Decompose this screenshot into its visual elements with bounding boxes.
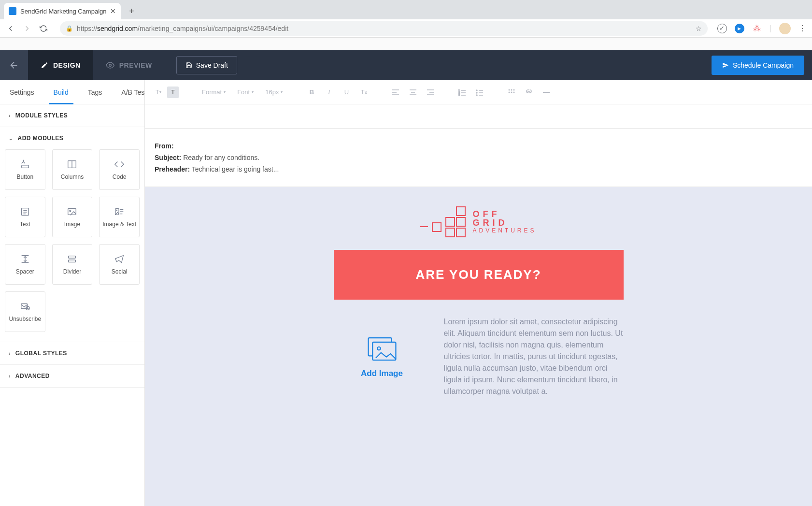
browser-tab-strip: SendGrid Marketing Campaign ✕ + [0, 0, 812, 19]
from-label: From: [155, 142, 174, 150]
accordion-module-styles[interactable]: ›MODULE STYLES [0, 104, 144, 127]
svg-point-44 [511, 89, 513, 90]
logo-line2: GRID [472, 218, 536, 227]
browser-actions: ✓ ▶ ⁂ | ⋮ [717, 23, 806, 34]
sidebar-tab-settings[interactable]: Settings [0, 80, 44, 104]
ext-icon-3[interactable]: ⁂ [752, 24, 762, 33]
subject-label: Subject: [155, 154, 181, 161]
module-image-text[interactable]: Image & Text [99, 197, 140, 237]
chevron-right-icon: › [9, 374, 11, 379]
tb-align-left-button[interactable] [390, 87, 401, 98]
tb-clear-format-button[interactable]: Tx [358, 87, 370, 98]
schedule-label: Schedule Campaign [733, 61, 794, 69]
svg-point-0 [109, 64, 111, 67]
tb-italic-button[interactable]: I [323, 87, 335, 98]
module-code[interactable]: Code [99, 149, 140, 190]
add-image-dropzone[interactable]: Add Image [334, 316, 430, 397]
logo[interactable]: OFF GRID ADVENTURES [334, 202, 624, 250]
text-toolbar: T ▾ T Format ▾ Font ▾ 16px ▾ B I U Tx 12… [145, 80, 812, 104]
svg-point-41 [476, 95, 477, 96]
module-unsubscribe[interactable]: Unsubscribe [5, 291, 45, 332]
secondary-toolbar [145, 104, 812, 129]
accordion-advanced[interactable]: ›ADVANCED [0, 365, 144, 388]
favicon-icon [9, 7, 16, 15]
star-icon[interactable]: ☆ [696, 25, 702, 32]
schedule-campaign-button[interactable]: Schedule Campaign [712, 56, 804, 75]
svg-rect-18 [69, 260, 76, 262]
module-divider[interactable]: Divider [52, 244, 93, 285]
accordion-add-modules[interactable]: ⌄ADD MODULES Button Columns Code Text [0, 127, 144, 342]
email-meta: From: Subject: Ready for any conditions.… [145, 129, 812, 187]
svg-point-39 [476, 92, 477, 93]
module-text[interactable]: Text [5, 197, 45, 237]
tb-align-center-button[interactable] [407, 87, 419, 98]
svg-point-47 [511, 91, 513, 93]
sidebar-tab-build[interactable]: Build [44, 80, 78, 104]
module-columns[interactable]: Columns [52, 149, 93, 190]
tb-size-select[interactable]: 16px ▾ [262, 88, 285, 96]
hero-text: ARE YOU READY? [415, 267, 541, 282]
preheader-label: Preheader: [155, 165, 190, 173]
browser-menu-icon[interactable]: ⋮ [798, 24, 806, 33]
browser-reload-button[interactable] [39, 24, 48, 33]
url-text: https://sendgrid.com/marketing_campaigns… [77, 25, 288, 32]
svg-rect-19 [21, 304, 28, 309]
sidebar-tabs: Settings Build Tags A/B Testing [0, 80, 144, 104]
app-back-button[interactable] [0, 50, 28, 80]
app-header: DESIGN PREVIEW Save Draft Schedule Campa… [0, 50, 812, 80]
accordion-global-styles[interactable]: ›GLOBAL STYLES [0, 342, 144, 365]
svg-point-46 [509, 91, 510, 93]
editor: T ▾ T Format ▾ Font ▾ 16px ▾ B I U Tx 12… [145, 80, 812, 506]
browser-tab[interactable]: SendGrid Marketing Campaign ✕ [4, 3, 121, 19]
browser-forward-button[interactable] [22, 24, 32, 33]
close-tab-icon[interactable]: ✕ [110, 7, 116, 15]
tb-bold-button[interactable]: B [306, 87, 317, 98]
logo-line3: ADVENTURES [472, 227, 536, 234]
svg-point-48 [513, 91, 515, 93]
sidebar-tab-tags[interactable]: Tags [78, 80, 112, 104]
hero-banner[interactable]: ARE YOU READY? [334, 250, 624, 300]
tb-text-button[interactable]: T [167, 87, 179, 98]
new-tab-button[interactable]: + [125, 4, 138, 18]
lock-icon: 🔒 [66, 25, 73, 32]
sidebar-tab-ab[interactable]: A/B Testing [112, 80, 145, 104]
tab-preview[interactable]: PREVIEW [93, 50, 165, 80]
tb-link-button[interactable] [523, 87, 535, 98]
tb-grid-button[interactable] [506, 87, 517, 98]
email-canvas[interactable]: OFF GRID ADVENTURES ARE YOU READY? [145, 187, 812, 506]
tab-design[interactable]: DESIGN [28, 50, 93, 80]
tb-align-right-button[interactable] [425, 87, 436, 98]
svg-point-45 [513, 89, 515, 90]
module-image[interactable]: Image [52, 197, 93, 237]
module-spacer[interactable]: Spacer [5, 244, 45, 285]
svg-point-8 [70, 210, 71, 212]
svg-text:3: 3 [458, 94, 460, 96]
module-button[interactable]: Button [5, 149, 45, 190]
url-field[interactable]: 🔒 https://sendgrid.com/marketing_campaig… [60, 21, 708, 36]
save-draft-button[interactable]: Save Draft [176, 56, 237, 74]
svg-point-43 [509, 89, 510, 90]
ext-icon-1[interactable]: ✓ [717, 24, 727, 33]
sidebar: Settings Build Tags A/B Testing ›MODULE … [0, 80, 145, 506]
content-row[interactable]: Add Image Lorem ipsum dolor sit amet, co… [334, 300, 624, 414]
tb-format-select[interactable]: Format ▾ [199, 88, 228, 96]
tab-title: SendGrid Marketing Campaign [20, 8, 106, 15]
chevron-down-icon: ⌄ [9, 136, 13, 141]
ext-icon-2[interactable]: ▶ [735, 24, 744, 33]
logo-line1: OFF [472, 210, 536, 218]
tb-ul-button[interactable] [474, 87, 485, 98]
url-bar: 🔒 https://sendgrid.com/marketing_campaig… [0, 19, 812, 38]
tab-design-label: DESIGN [53, 61, 81, 69]
tb-hr-button[interactable] [541, 87, 552, 98]
tb-font-select[interactable]: Font ▾ [234, 88, 256, 96]
tb-heading-button[interactable]: T ▾ [153, 87, 164, 98]
browser-back-button[interactable] [6, 24, 15, 33]
tb-ol-button[interactable]: 123 [456, 87, 468, 98]
module-social[interactable]: Social [99, 244, 140, 285]
profile-avatar[interactable] [779, 23, 791, 34]
tb-underline-button[interactable]: U [341, 87, 352, 98]
subject-value[interactable]: Ready for any conditions. [183, 154, 259, 161]
body-text[interactable]: Lorem ipsum dolor sit amet, consectetur … [444, 316, 624, 397]
bookmark-strip [0, 38, 812, 50]
preheader-value[interactable]: Technical gear is going fast... [192, 165, 279, 173]
